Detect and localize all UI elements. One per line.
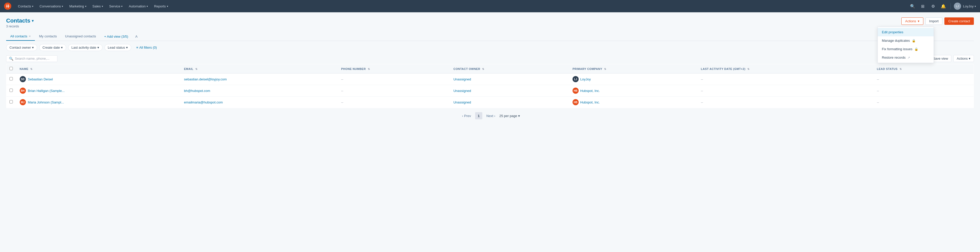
dropdown-item-manage-duplicates[interactable]: Manage duplicates 🔒 [878,36,934,45]
company-name-link[interactable]: LoyJoy [580,77,591,81]
row-checkbox[interactable] [10,77,13,81]
row-name-cell: MJ Maria Johnson (Sampl... [17,97,181,108]
import-button[interactable]: Import [926,17,943,25]
create-contact-button[interactable]: Create contact [944,17,974,25]
search-icon-button[interactable]: 🔍 [908,2,917,10]
column-header-name[interactable]: Name ⇅ [17,64,181,73]
column-header-phone[interactable]: Phone Number ⇅ [338,64,450,73]
row-checkbox-cell[interactable] [6,73,17,85]
page-title-area: Contacts ▾ 3 records [6,17,33,28]
filter-create-date[interactable]: Create date ▾ [39,44,66,51]
row-contact-owner-cell: Unassigned [450,97,570,108]
column-header-last-activity[interactable]: Last Activity Date (GMT+2) ⇅ [698,64,874,73]
contact-name-link[interactable]: Maria Johnson (Sampl... [28,100,64,104]
settings-icon-button[interactable]: ⚙ [929,2,937,10]
contact-name-link[interactable]: Brian Halligan (Sample... [28,89,65,93]
sort-icon: ⇅ [604,68,606,70]
user-menu[interactable]: LoyJoy ▾ [963,4,976,8]
email-link[interactable]: bh@hubspot.com [184,89,210,93]
contacts-table: Name ⇅ Email ⇅ Phone Number ⇅ Contact Ow… [6,64,974,108]
last-activity-value: -- [701,100,703,104]
row-checkbox-cell[interactable] [6,97,17,108]
sort-icon: ⇅ [368,68,370,70]
chevron-down-icon: ▾ [518,114,520,118]
table-row: BH Brian Halligan (Sample... bh@hubspot.… [6,85,974,97]
nav-reports[interactable]: Reports ▾ [151,3,171,10]
tabs-row: All contacts ✕ My contacts Unassigned co… [6,32,974,41]
row-name-cell: BH Brian Halligan (Sample... [17,85,181,97]
external-link-icon: ↗ [907,56,910,59]
filters-row: Contact owner ▾ Create date ▾ Last activ… [6,44,974,51]
filter-last-activity-date[interactable]: Last activity date ▾ [68,44,102,51]
current-page-indicator: 1 [475,112,482,119]
search-input[interactable] [15,57,51,60]
row-email-cell: emailmaria@hubspot.com [181,97,338,108]
column-header-email[interactable]: Email ⇅ [181,64,338,73]
column-header-lead-status[interactable]: Lead Status ⇅ [874,64,974,73]
nav-conversations[interactable]: Conversations ▾ [37,3,65,10]
search-box[interactable]: 🔍 [6,55,57,62]
tab-all-contacts[interactable]: All contacts ✕ [6,32,35,41]
column-header-primary-company[interactable]: Primary Company ⇅ [570,64,698,73]
row-checkbox-cell[interactable] [6,85,17,97]
last-activity-value: -- [701,89,703,93]
chevron-down-icon: ▾ [32,5,33,8]
tab-add-view[interactable]: + Add view (3/5) [100,33,132,40]
sort-icon: ⇅ [482,68,484,70]
nav-service[interactable]: Service ▾ [107,3,125,10]
title-dropdown-arrow[interactable]: ▾ [32,19,33,23]
chevron-down-icon: ▾ [61,46,63,49]
nav-contacts[interactable]: Contacts ▾ [15,3,36,10]
sort-icon: ⇅ [747,68,749,70]
per-page-selector[interactable]: 25 per page ▾ [500,114,520,118]
row-checkbox[interactable] [10,89,13,92]
page-title[interactable]: Contacts ▾ [6,17,33,24]
actions-button[interactable]: Actions ▾ [901,17,923,25]
phone-value: -- [341,77,344,81]
dropdown-item-edit-properties[interactable]: Edit properties [878,28,934,36]
sort-icon: ⇅ [30,68,33,70]
filter-contact-owner[interactable]: Contact owner ▾ [6,44,37,51]
filter-lead-status[interactable]: Lead status ▾ [105,44,131,51]
company-name-link[interactable]: Hubspot, Inc. [580,89,600,93]
next-page-button[interactable]: Next › [484,113,498,119]
tab-unassigned-contacts[interactable]: Unassigned contacts [61,32,100,41]
table-actions-button[interactable]: Actions ▾ [953,55,974,62]
phone-value: -- [341,100,344,104]
grid-icon-button[interactable]: ⊞ [919,2,927,10]
row-email-cell: sebastian.deisel@loyjoy.com [181,73,338,85]
page-header: Contacts ▾ 3 records Actions ▾ Import Cr… [6,17,974,28]
hubspot-logo[interactable] [4,3,11,10]
tab-close-icon[interactable]: ✕ [29,35,31,38]
dropdown-item-restore-records[interactable]: Restore records ↗ [878,53,934,62]
nav-automation[interactable]: Automation ▾ [126,3,150,10]
sort-icon: ⇅ [195,68,197,70]
row-email-cell: bh@hubspot.com [181,85,338,97]
select-all-header[interactable] [6,64,17,73]
row-checkbox[interactable] [10,100,13,103]
contact-name-link[interactable]: Sebastian Deisel [28,77,53,81]
row-lead-status-cell: -- [874,85,974,97]
company-name-link[interactable]: Hubspot, Inc. [580,100,600,104]
company-avatar: LJ [573,76,579,82]
user-avatar[interactable]: LJ [954,3,961,10]
chevron-down-icon: ▾ [167,5,168,8]
prev-page-button[interactable]: ‹ Prev [460,113,473,119]
notifications-icon-button[interactable]: 🔔 [939,2,947,10]
column-header-contact-owner[interactable]: Contact Owner ⇅ [450,64,570,73]
nav-marketing[interactable]: Marketing ▾ [67,3,89,10]
dropdown-item-fix-formatting[interactable]: Fix formatting issues 🔒 [878,45,934,53]
email-link[interactable]: sebastian.deisel@loyjoy.com [184,77,227,81]
table-row: SD Sebastian Deisel sebastian.deisel@loy… [6,73,974,85]
email-link[interactable]: emailmaria@hubspot.com [184,100,223,104]
tab-overflow[interactable]: A [132,33,141,40]
select-all-checkbox[interactable] [10,67,13,70]
tab-my-contacts[interactable]: My contacts [35,32,61,41]
chevron-down-icon: ▾ [126,46,128,49]
page-content: Contacts ▾ 3 records Actions ▾ Import Cr… [0,12,980,128]
contact-owner-value: Unassigned [453,89,471,93]
nav-sales[interactable]: Sales ▾ [90,3,106,10]
chevron-down-icon: ▾ [32,46,34,49]
chevron-left-icon: ‹ [462,114,463,118]
all-filters-button[interactable]: ≡ All filters (0) [133,44,160,51]
